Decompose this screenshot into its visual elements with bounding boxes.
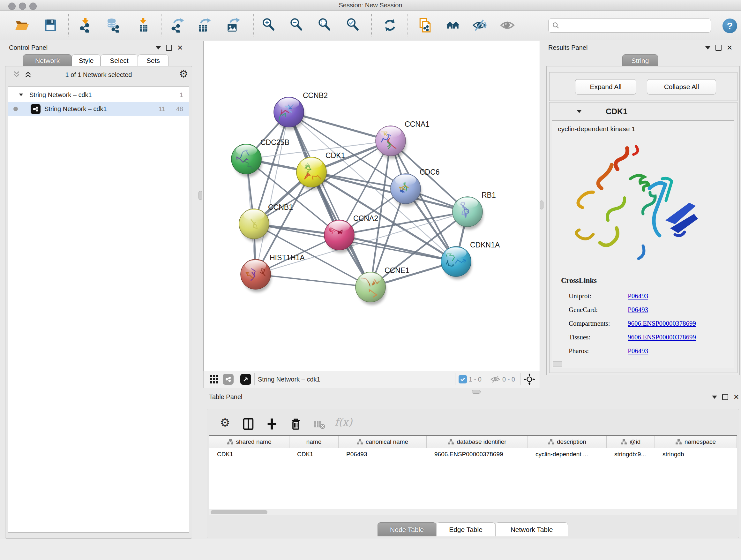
network-canvas[interactable]: CCNB2CCNA1CDC25BCDK1CDC6RB1CCNB1CCNA2CDK… [203, 41, 540, 371]
network-options-gear-icon[interactable]: ⚙ [179, 68, 188, 80]
table-cell[interactable]: stringdb [655, 448, 737, 461]
table-cell[interactable]: P06493 [339, 448, 427, 461]
network-node-RB1[interactable]: RB1 [453, 191, 496, 230]
panel-close-icon[interactable]: ✕ [177, 45, 183, 50]
export-table-icon[interactable] [195, 16, 213, 34]
first-neighbors-icon[interactable] [444, 16, 462, 34]
crosslink-link[interactable]: P06493 [628, 292, 648, 300]
results-panel-controls: ✕ [705, 45, 732, 51]
panel-float-icon[interactable] [716, 45, 722, 51]
crosslink-link[interactable]: 9606.ENSP00000378699 [628, 333, 696, 341]
network-row[interactable]: String Network – cdk1 11 48 [8, 102, 189, 116]
gene-collapse-icon[interactable] [577, 110, 582, 113]
panel-menu-icon[interactable] [712, 395, 717, 399]
open-session-icon[interactable] [13, 16, 30, 34]
tab-network-table[interactable]: Network Table [495, 522, 568, 537]
panel-float-icon[interactable] [166, 45, 172, 51]
panel-menu-icon[interactable] [156, 46, 161, 50]
selected-count-checkbox[interactable] [459, 375, 467, 383]
panel-close-icon[interactable]: ✕ [733, 395, 739, 399]
results-panel-title: Results Panel [548, 44, 588, 51]
node-label-CDC6: CDC6 [420, 168, 440, 176]
crosslink-link[interactable]: 9606.ENSP00000378699 [628, 320, 696, 327]
collapse-all-button[interactable]: Collapse All [647, 79, 716, 95]
show-all-icon[interactable] [498, 16, 516, 34]
column-header-canonical-name[interactable]: canonical name [339, 436, 427, 448]
network-node-CDKN1A[interactable]: CDKN1A [441, 241, 500, 279]
mini-scrollbar[interactable] [553, 361, 562, 367]
table-cell[interactable]: 9606.ENSP00000378699 [427, 448, 528, 461]
table-cell[interactable]: CDK1 [289, 448, 339, 461]
column-header--id[interactable]: @id [607, 436, 655, 448]
network-node-HIST1H1A[interactable]: HIST1H1A [241, 253, 305, 292]
crosslink-row: Uniprot:P06493 [569, 289, 728, 303]
node-label-CDC25B: CDC25B [260, 138, 289, 146]
tab-select[interactable]: Select [100, 54, 138, 66]
collection-count: 1 [180, 91, 183, 99]
import-network-file-icon[interactable] [77, 16, 94, 34]
horizontal-scrollbar[interactable] [209, 509, 737, 515]
search-field[interactable] [560, 22, 702, 29]
import-network-database-icon[interactable] [105, 16, 123, 34]
panel-close-icon[interactable]: ✕ [727, 45, 732, 50]
zoom-in-icon[interactable] [260, 16, 278, 34]
save-session-icon[interactable] [42, 16, 59, 34]
delete-column-trash-icon[interactable] [289, 417, 303, 431]
add-column-icon[interactable] [265, 417, 279, 431]
collection-expand-icon[interactable] [19, 94, 23, 96]
crosslink-link[interactable]: P06493 [628, 306, 648, 314]
tab-network[interactable]: Network [23, 54, 72, 66]
table-cell[interactable]: CDK1 [209, 448, 289, 461]
tab-style[interactable]: Style [72, 54, 100, 66]
detach-view-icon[interactable] [240, 374, 251, 385]
tab-string[interactable]: String [622, 54, 658, 66]
crosslink-row: Compartments:9606.ENSP00000378699 [569, 317, 728, 330]
network-node-CDK1[interactable]: CDK1 [296, 151, 345, 190]
crosslinks-list: Uniprot:P06493GeneCard:P06493Compartment… [569, 289, 728, 358]
column-header-name[interactable]: name [289, 436, 339, 448]
search-input[interactable] [548, 18, 711, 33]
network-edge[interactable] [256, 112, 289, 274]
fit-content-crosshair-icon[interactable] [524, 374, 535, 385]
show-columns-icon[interactable] [242, 417, 255, 431]
zoom-out-icon[interactable] [288, 16, 306, 34]
status-bar: Memory [0, 539, 741, 560]
network-node-CCNB2[interactable]: CCNB2 [274, 91, 328, 130]
export-image-icon[interactable] [224, 16, 242, 34]
panel-menu-icon[interactable] [705, 46, 711, 50]
zoom-fit-icon[interactable] [316, 16, 334, 34]
tab-edge-table[interactable]: Edge Table [436, 522, 495, 537]
scrollbar-thumb[interactable] [211, 510, 267, 514]
network-share-icon[interactable] [223, 374, 233, 385]
duplicate-network-icon[interactable] [416, 16, 434, 34]
zoom-selected-icon[interactable] [344, 16, 362, 34]
grid-view-icon[interactable] [209, 374, 219, 384]
left-splitter-handle[interactable] [199, 191, 202, 200]
help-icon[interactable]: ? [723, 18, 737, 33]
panel-float-icon[interactable] [722, 394, 728, 400]
node-label-HIST1H1A: HIST1H1A [270, 253, 305, 262]
column-header-namespace[interactable]: namespace [655, 436, 737, 448]
refresh-view-icon[interactable] [381, 16, 399, 34]
table-cell[interactable]: stringdb:9... [607, 448, 655, 461]
network-node-CDC6[interactable]: CDC6 [391, 168, 440, 206]
toolbar-separator [68, 14, 69, 37]
network-collection-row[interactable]: String Network – cdk1 1 [8, 88, 189, 102]
column-header-shared-name[interactable]: shared name [209, 436, 289, 448]
import-table-icon[interactable] [134, 16, 152, 34]
column-header-database-identifier[interactable]: database identifier [427, 436, 528, 448]
network-edge[interactable] [256, 274, 370, 287]
table-cell[interactable]: cyclin-dependent ... [528, 448, 607, 461]
table-options-gear-icon[interactable]: ⚙ [220, 416, 230, 429]
export-network-icon[interactable] [169, 16, 187, 34]
column-header-description[interactable]: description [528, 436, 607, 448]
hide-selected-icon[interactable] [470, 16, 488, 34]
toolbar-separator [371, 14, 372, 37]
gene-entry-header[interactable]: CDK1 [549, 103, 737, 120]
tab-sets[interactable]: Sets [138, 54, 169, 66]
network-node-CCNA1[interactable]: CCNA1 [376, 120, 429, 159]
tab-node-table[interactable]: Node Table [378, 522, 436, 537]
table-row[interactable]: CDK1CDK1P064939606.ENSP00000378699cyclin… [209, 448, 737, 461]
crosslink-link[interactable]: P06493 [628, 347, 648, 355]
expand-all-button[interactable]: Expand All [575, 79, 636, 95]
